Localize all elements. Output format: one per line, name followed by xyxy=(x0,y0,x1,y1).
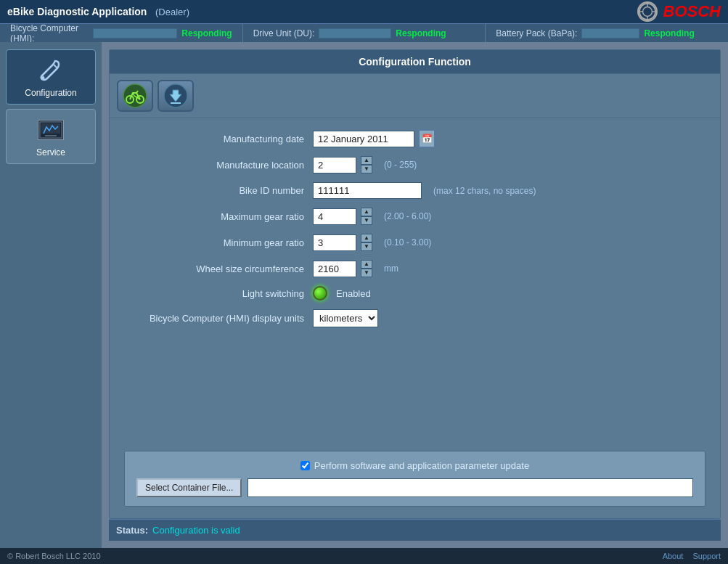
sidebar: Configuration Service xyxy=(0,42,102,548)
wheel-size-control: ▲ ▼ mm xyxy=(313,260,398,277)
bike-button[interactable] xyxy=(117,80,153,112)
bapa-status-item: Battery Pack (BaPa): Responding xyxy=(486,24,728,42)
min-gear-label: Minimum gear ratio xyxy=(124,237,313,248)
app-title: eBike Diagnostic Application xyxy=(7,6,147,17)
sidebar-item-configuration[interactable]: Configuration xyxy=(6,49,96,105)
wheel-size-hint: mm xyxy=(384,263,398,274)
min-gear-control: ▲ ▼ (0.10 - 3.00) xyxy=(313,234,431,251)
manufacturing-date-row: Manufacturing date 📅 xyxy=(124,130,705,147)
max-gear-hint: (2.00 - 6.00) xyxy=(384,211,431,221)
wheel-size-row: Wheel size circumference ▲ ▼ mm xyxy=(124,260,705,277)
select-container-file-button[interactable]: Select Container File... xyxy=(136,478,242,497)
manufacturing-date-control: 📅 xyxy=(313,130,435,147)
max-gear-control: ▲ ▼ (2.00 - 6.00) xyxy=(313,208,431,225)
content-area: Configuration Function xyxy=(102,42,728,548)
svg-point-7 xyxy=(42,77,45,80)
du-status-item: Drive Unit (DU): Responding xyxy=(243,24,486,42)
min-gear-up[interactable]: ▲ xyxy=(361,234,372,242)
max-gear-down[interactable]: ▼ xyxy=(361,216,372,225)
select-file-row: Select Container File... xyxy=(136,478,693,497)
light-status-text: Enabled xyxy=(336,288,371,299)
hmi-display-units-row: Bicycle Computer (HMI) display units kil… xyxy=(124,309,705,327)
hmi-display-units-select[interactable]: kilometers miles xyxy=(313,309,378,327)
footer: © Robert Bosch LLC 2010 About Support xyxy=(0,548,728,564)
manufacture-location-hint: (0 - 255) xyxy=(384,160,417,170)
title-bar: eBike Diagnostic Application (Dealer) BO… xyxy=(0,0,728,23)
bike-id-row: Bike ID number (max 12 chars, no spaces) xyxy=(124,182,705,199)
manufacture-location-up[interactable]: ▲ xyxy=(361,156,372,165)
update-section: Perform software and application paramet… xyxy=(124,451,705,507)
manufacture-location-spinner: ▲ ▼ xyxy=(361,156,372,173)
bosch-brand: BOSCH xyxy=(663,2,721,21)
container-file-path-input[interactable] xyxy=(248,478,693,497)
dealer-label: (Dealer) xyxy=(155,7,189,17)
max-gear-up[interactable]: ▲ xyxy=(361,208,372,216)
manufacture-location-label: Manufacture location xyxy=(124,160,313,171)
light-switching-control: Enabled xyxy=(313,286,371,301)
status-value: Configuration is valid xyxy=(152,525,240,536)
calendar-button[interactable]: 📅 xyxy=(419,130,435,147)
bapa-status-value: Responding xyxy=(644,28,694,38)
copyright: © Robert Bosch LLC 2010 xyxy=(7,552,101,560)
max-gear-row: Maximum gear ratio ▲ ▼ (2.00 - 6.00) xyxy=(124,208,705,225)
wheel-size-input[interactable] xyxy=(313,261,356,277)
download-button[interactable] xyxy=(158,80,194,112)
service-label: Service xyxy=(36,147,65,158)
configuration-label: Configuration xyxy=(25,88,76,98)
hmi-status-value: Responding xyxy=(181,28,232,38)
max-gear-spinner: ▲ ▼ xyxy=(361,208,372,225)
support-link[interactable]: Support xyxy=(692,552,721,560)
status-bar-bottom: Status: Configuration is valid xyxy=(109,519,721,541)
hmi-status-item: Bicycle Computer (HMI): Responding xyxy=(0,24,243,42)
bike-id-label: Bike ID number xyxy=(124,185,313,196)
configuration-icon xyxy=(36,56,65,85)
manufacture-location-down[interactable]: ▼ xyxy=(361,165,372,173)
manufacturing-date-input[interactable] xyxy=(313,131,414,147)
max-gear-input[interactable] xyxy=(313,208,356,225)
sidebar-item-service[interactable]: Service xyxy=(6,109,96,164)
service-icon xyxy=(36,115,65,144)
bike-id-control: (max 12 chars, no spaces) xyxy=(313,182,536,199)
svg-line-6 xyxy=(53,64,57,68)
du-status-label: Drive Unit (DU): xyxy=(253,28,315,38)
bapa-status-label: Battery Pack (BaPa): xyxy=(496,28,577,38)
config-panel-title: Configuration Function xyxy=(110,50,720,74)
hmi-display-units-control: kilometers miles xyxy=(313,309,378,327)
bosch-icon xyxy=(637,1,658,22)
svg-point-1 xyxy=(642,7,652,17)
wheel-size-down[interactable]: ▼ xyxy=(361,269,372,277)
update-checkbox-row: Perform software and application paramet… xyxy=(136,460,693,471)
wheel-size-label: Wheel size circumference xyxy=(124,263,313,274)
light-indicator xyxy=(313,286,327,301)
min-gear-input[interactable] xyxy=(313,234,356,251)
min-gear-down[interactable]: ▼ xyxy=(361,242,372,251)
bike-id-hint: (max 12 chars, no spaces) xyxy=(433,186,536,196)
app-title-group: eBike Diagnostic Application (Dealer) xyxy=(7,6,189,17)
bosch-logo: BOSCH xyxy=(637,1,721,22)
about-link[interactable]: About xyxy=(663,552,684,560)
hmi-status-label: Bicycle Computer (HMI): xyxy=(10,23,89,44)
status-bar-top: Bicycle Computer (HMI): Responding Drive… xyxy=(0,23,728,42)
config-panel: Configuration Function xyxy=(109,49,721,519)
hmi-display-units-label: Bicycle Computer (HMI) display units xyxy=(124,313,313,324)
min-gear-hint: (0.10 - 3.00) xyxy=(384,237,431,248)
wheel-size-spinner: ▲ ▼ xyxy=(361,260,372,277)
form-area: Manufacturing date 📅 Manufacture locatio… xyxy=(110,118,720,451)
du-status-value: Responding xyxy=(396,28,446,38)
min-gear-row: Minimum gear ratio ▲ ▼ (0.10 - 3.00) xyxy=(124,234,705,251)
max-gear-label: Maximum gear ratio xyxy=(124,211,313,222)
manufacture-location-control: ▲ ▼ (0 - 255) xyxy=(313,156,417,173)
footer-links: About Support xyxy=(655,552,721,560)
manufacture-location-input[interactable] xyxy=(313,157,356,173)
update-checkbox[interactable] xyxy=(300,461,310,470)
light-switching-label: Light switching xyxy=(124,288,313,299)
manufacturing-date-label: Manufacturing date xyxy=(124,134,313,144)
status-key: Status: xyxy=(116,525,148,536)
bike-id-input[interactable] xyxy=(313,182,422,199)
wheel-size-up[interactable]: ▲ xyxy=(361,260,372,269)
toolbar xyxy=(110,74,720,118)
update-checkbox-label: Perform software and application paramet… xyxy=(314,460,529,471)
light-switching-row: Light switching Enabled xyxy=(124,286,705,301)
manufacture-location-row: Manufacture location ▲ ▼ (0 - 255) xyxy=(124,156,705,173)
min-gear-spinner: ▲ ▼ xyxy=(361,234,372,251)
